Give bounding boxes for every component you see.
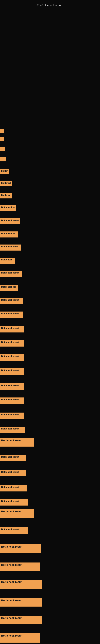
bottleneck-bar-30: Bottleneck result xyxy=(0,509,34,518)
bottleneck-bar-9: Bottleneck result xyxy=(0,218,20,224)
bottleneck-bar-31: Bottleneck result xyxy=(0,527,28,534)
bottleneck-bar-26: Bottleneck result xyxy=(0,455,26,461)
bottleneck-bar-36: Bottleneck result xyxy=(0,616,42,624)
bottleneck-bar-20: Bottleneck result xyxy=(0,368,24,375)
bottleneck-bar-34: Bottleneck result xyxy=(0,580,42,589)
bottleneck-bar-13: Bottleneck result xyxy=(0,271,22,277)
bottleneck-bar-2 xyxy=(0,137,4,141)
bottleneck-bar-10: Bottleneck re xyxy=(0,232,18,238)
bottleneck-bar-28: Bottleneck result xyxy=(0,485,27,492)
bottleneck-bar-6: Bottleneck r xyxy=(0,181,12,186)
cursor-line xyxy=(0,123,0,127)
bottleneck-bar-19: Bottleneck result xyxy=(0,354,24,361)
site-title: TheBottlenecker.com xyxy=(0,2,100,9)
bottleneck-bar-23: Bottleneck result xyxy=(0,412,24,419)
bottleneck-bar-17: Bottleneck result xyxy=(0,326,24,332)
bottleneck-bar-22: Bottleneck result xyxy=(0,398,24,404)
bottleneck-bar-7: Bottlenec xyxy=(0,193,12,198)
bottleneck-bar-3 xyxy=(0,147,5,151)
bottleneck-bar-8: Bottleneck re xyxy=(0,205,16,211)
bottleneck-bar-25: Bottleneck result xyxy=(0,438,34,446)
bottleneck-bar-1 xyxy=(0,129,3,133)
bottleneck-bar-11: Bottleneck resu xyxy=(0,244,21,250)
bottleneck-bar-32: Bottleneck result xyxy=(0,544,41,553)
bottleneck-bar-12: Bottleneck xyxy=(0,258,15,264)
bottleneck-bar-15: Bottleneck result xyxy=(0,298,23,304)
bottleneck-bar-27: Bottleneck result xyxy=(0,470,26,476)
bottleneck-bar-18: Bottleneck result xyxy=(0,340,24,346)
bottleneck-bar-5: Bottlen xyxy=(0,169,9,174)
bottleneck-bar-14: Bottleneck res xyxy=(0,285,18,291)
bottleneck-bar-29: Bottleneck result xyxy=(0,499,28,506)
bottleneck-bar-21: Bottleneck result xyxy=(0,384,24,390)
bottleneck-bar-33: Bottleneck result xyxy=(0,562,40,571)
bottleneck-bar-16: Bottleneck result xyxy=(0,312,23,318)
bottleneck-bar-4 xyxy=(0,157,6,162)
bottleneck-bar-37: Bottleneck result xyxy=(0,633,40,642)
bottleneck-bar-24: Bottleneck result xyxy=(0,427,25,433)
bottleneck-bar-35: Bottleneck result xyxy=(0,598,42,606)
